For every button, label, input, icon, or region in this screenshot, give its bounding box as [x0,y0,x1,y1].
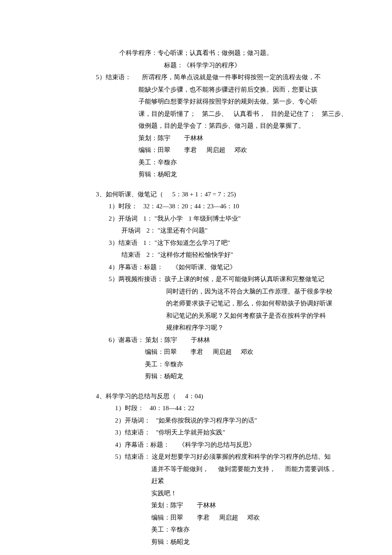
sec3-item3a: 3）结束语 1： "这下你知道怎么学习了吧" [109,237,352,249]
end5-l1: 所谓程序，简单点说就是做一件事时得按照一定的流程去做，不 [142,74,321,81]
sec3-item5-l2: 同时进行的，因为这不符合大脑的工作原理。基于很多学校 [166,285,352,298]
sec3-credits-cut: 剪辑：杨昭龙 [145,370,352,382]
sec3-item5-l5: 规律和程序学习呢？ [166,322,352,334]
end5-l3: 子能够明白想要学好就得按照学好的规则去做。第一步、专心听 [138,95,352,108]
sec3-item1: 1）时段： 32：42—38：20；44：23—46：10 [109,200,352,213]
sec3-head: 3、如何听课、做笔记（ 5：38 + 1：47 = 7：25) [96,188,352,201]
credits-art: 美工：辛馥亦 [138,156,352,169]
sec3-credits-art: 美工：辛馥亦 [145,358,352,371]
sec3-item2b: 开场词 2： "这里还有个问题" [121,224,352,237]
end5-l2: 能缺少某个步骤，也不能将步骤进行前后交换。因而，您要让孩 [138,83,352,96]
sec3-item3b: 结束语 2： "这样你才能轻松愉快学好" [121,249,352,261]
sec3-item6: 6）谢幕语： 策划：陈宇 于林林 [109,334,352,346]
sec4-item4: 4）序幕语：标题： 《科学学习的总结与反思》 [115,439,352,451]
credits-plan: 策划：陈宇 于林林 [138,132,352,144]
sec4-item5-l2: 道并不等于能做到， 做到需要能力支持， 而能力需要训练， 赶紧 [151,463,352,487]
sec4-item5: 5）结束语： 这是对想要学习好必须掌握的程度和科学的学习程序的总结。知 [115,451,352,463]
credits-cut: 剪辑：杨昭龙 [138,168,352,181]
sec4-credits-cut: 剪辑：杨昭龙 [151,536,352,548]
end5-label: 5）结束语： [96,74,131,81]
sec4-item2: 2）开场词： "如果你按我说的学习程序学习的话" [115,414,352,427]
sec3-item5-l3: 的老师要求孩子记笔记，那么，你如何帮助孩子协调好听课 [166,297,352,310]
sec3-item4: 4）序幕语：标题： 《如何听课、做笔记》 [109,261,352,273]
sec3-item2a: 2）开场词 1： "我从小学 1 年级到博士毕业" [109,213,352,225]
block-end5: 5）结束语： 所谓程序，简单点说就是做一件事时得按照一定的流程去做，不 [96,71,352,83]
sec4-credits-plan: 策划：陈宇 于林林 [151,499,352,512]
intro-title: 标题：《科学学习的程序》 [164,59,352,72]
sec4-credits-art: 美工：辛馥亦 [151,523,352,536]
intro-cont-line: 个科学程序：专心听课；认真看书；做例题；做习题。 [119,47,352,59]
sec4-item3: 3）结束语： "你明天上学就开始实践" [115,426,352,439]
credits-edit: 编辑：田翠 李君 周启超 邓欢 [138,144,352,156]
sec4-item5-l3: 实践吧！ [151,487,352,500]
sec4-item1: 1）时段： 40：18—44：22 [115,402,352,414]
end5-l5: 做例题，目的是学会了：第四步、做习题，目的是掌握了。 [138,120,352,132]
sec3-credits-edit: 编辑：田翠 李君 周启超 邓欢 [145,346,352,358]
sec3-item5-l4: 和记笔记的关系呢？又如何考察孩子是否在按科学的学科 [166,310,352,322]
sec4-credits-edit: 编辑：田翠 李君 周启超 邓欢 [151,512,352,524]
end5-l4: 课，目的是听懂了； 第二步、 认真看书， 目的是记住了； 第三步、 [138,108,352,120]
sec4-head: 4、科学学习的总结与反思（ 4：04) [96,390,352,403]
sec3-item5: 5）两视频衔接语： 孩子上课的时候，是不可能做到将认真听课和完整做笔记 [109,273,352,285]
